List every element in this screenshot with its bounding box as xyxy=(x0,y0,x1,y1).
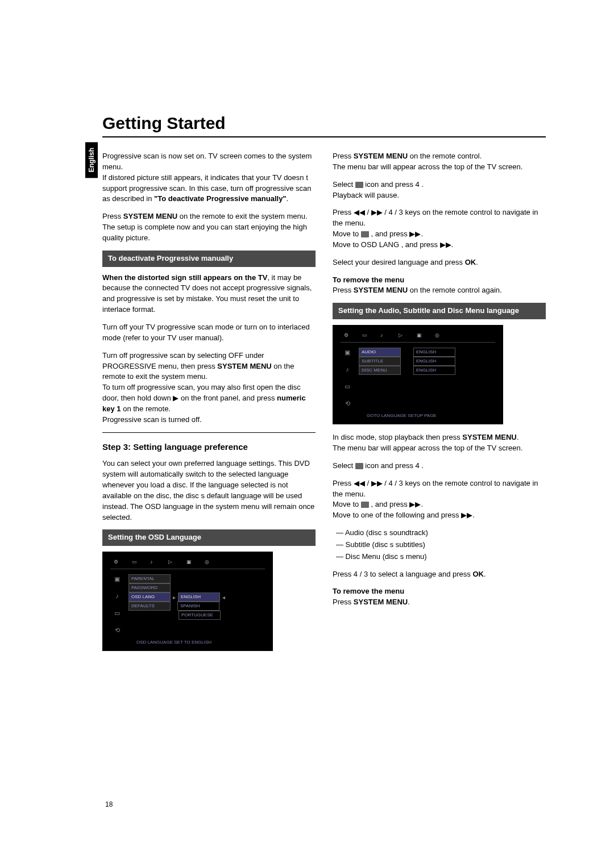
osd-side-icons: ▣ ♪ ▭ ⟲ xyxy=(341,348,354,408)
text: The setup is complete now and you can st… xyxy=(102,223,307,242)
osd-screenshot-2: ⚙ ▭ ♪ ▷ ▣ ◎ ▣ ♪ ▭ ⟲ AUDIO ENGLISH xyxy=(333,325,503,424)
text-bold: SYSTEM MENU xyxy=(354,286,408,294)
divider xyxy=(102,432,316,433)
text: Move to one of the following and press ▶… xyxy=(333,511,475,519)
text-bold: SYSTEM MENU xyxy=(217,362,271,370)
text: Select xyxy=(333,180,355,189)
text: Move to xyxy=(333,229,361,238)
text: . xyxy=(484,570,486,578)
osd-tab-icon: ▣ xyxy=(186,558,194,565)
osd-side-icon: ⟲ xyxy=(345,399,350,408)
text: Press xyxy=(102,212,123,220)
para: Select icon and press 4 . Playback will … xyxy=(333,180,546,201)
osd-status-text: GOTO LANGUAGE SETUP PAGE xyxy=(367,412,437,419)
osd-side-icon: ⟲ xyxy=(115,626,120,635)
content-columns: Progressive scan is now set on. TV scree… xyxy=(102,151,546,659)
osd-tab-icon: ⚙ xyxy=(344,332,352,339)
page-title: Getting Started xyxy=(102,114,546,133)
text: Progressive scan is turned off. xyxy=(102,415,202,424)
osd-item: AUDIO xyxy=(359,348,401,357)
osd-tab-icon: ♪ xyxy=(380,332,388,339)
text-bold: SYSTEM MENU xyxy=(354,152,408,160)
subheading-osd-language: Setting the OSD Language xyxy=(102,529,316,546)
text: In disc mode, stop playback then press xyxy=(333,433,462,441)
text: Press xyxy=(333,286,354,294)
para: Select icon and press 4 . xyxy=(333,461,546,471)
osd-item: PARENTAL xyxy=(128,574,171,583)
menu-icon xyxy=(361,231,369,237)
para: Press SYSTEM MENU on the remote to exit … xyxy=(102,211,316,244)
list-item: — Disc Menu (disc s menu) xyxy=(336,552,546,562)
osd-tab-icon: ▷ xyxy=(399,332,406,339)
text: Progressive scan is now set on. TV scree… xyxy=(102,152,312,171)
osd-tab-icon: ▭ xyxy=(362,332,370,339)
osd-side-icon: ▭ xyxy=(114,609,120,618)
para: Press ◀◀ / ▶▶ / 4 / 3 keys on the remote… xyxy=(333,478,546,521)
osd-side-icon: ▭ xyxy=(345,382,350,391)
osd-value: ENGLISH xyxy=(413,348,455,357)
text: , and press ▶▶. xyxy=(369,500,423,508)
text-bold: OK xyxy=(472,570,484,578)
list-item: — Subtitle (disc s subtitles) xyxy=(336,540,546,550)
settings-icon xyxy=(355,463,363,469)
text: on the remote to exit the system menu. xyxy=(177,212,307,220)
osd-tab-icon: ◎ xyxy=(205,558,213,565)
osd-tab-icon: ◎ xyxy=(435,332,443,339)
osd-tabs: ⚙ ▭ ♪ ▷ ▣ ◎ xyxy=(110,557,265,569)
text-bold: SYSTEM MENU xyxy=(123,212,177,220)
text: Move to OSD LANG , and press ▶▶. xyxy=(333,240,453,249)
osd-tab-icon: ▭ xyxy=(132,558,140,565)
text: on the remote control again. xyxy=(408,286,502,294)
text: To turn off progressive scan, you may al… xyxy=(102,383,301,402)
text-bold: When the distorted sign still appears on… xyxy=(102,273,267,282)
text: The menu bar will appear across the top … xyxy=(333,162,522,171)
text: . xyxy=(287,194,289,203)
osd-tab-icon: ▷ xyxy=(168,558,176,565)
osd-option: SPANISH xyxy=(177,602,219,611)
text: Move to xyxy=(333,500,361,508)
text-bold: SYSTEM MENU xyxy=(462,433,516,441)
text-bold: SYSTEM MENU xyxy=(354,598,408,606)
osd-value: ENGLISH xyxy=(413,366,455,375)
language-tab: English xyxy=(85,142,98,178)
text: Select your desired language and press xyxy=(333,258,465,266)
text: Press ◀◀ / ▶▶ / 4 / 3 keys on the remote… xyxy=(333,208,538,227)
pointer-icon: ◂ xyxy=(220,594,227,602)
para: Select your desired language and press O… xyxy=(333,257,546,268)
text: . xyxy=(476,258,478,266)
osd-item: SUBTITLE xyxy=(359,357,401,366)
osd-side-icon: ♪ xyxy=(346,365,349,374)
title-underline xyxy=(102,136,546,137)
menu-icon xyxy=(361,502,369,508)
text-bold: To remove the menu xyxy=(333,587,404,595)
osd-side-icon: ♪ xyxy=(115,592,119,601)
text: Press 4 / 3 to select a language and pre… xyxy=(333,570,472,578)
para: To remove the menu Press SYSTEM MENU on … xyxy=(333,275,546,297)
text: Playback will pause. xyxy=(333,191,399,199)
osd-side-icon: ▣ xyxy=(114,575,120,584)
text: icon and press 4 . xyxy=(363,180,424,189)
text: . xyxy=(408,598,410,606)
osd-tab-icon: ♪ xyxy=(150,558,158,565)
osd-item-selected: OSD LANG xyxy=(128,592,171,602)
osd-side-icon: ▣ xyxy=(345,348,350,357)
text: icon and press 4 . xyxy=(363,461,424,470)
osd-status-text: OSD LANGUAGE SET TO ENGLISH xyxy=(136,639,211,646)
step-heading: Step 3: Setting language preference xyxy=(102,441,316,453)
text: The menu bar will appear across the top … xyxy=(333,444,522,452)
osd-side-icons: ▣ ♪ ▭ ⟲ xyxy=(110,575,124,635)
osd-item: DISC MENU xyxy=(359,366,401,375)
para: Press ◀◀ / ▶▶ / 4 / 3 keys on the remote… xyxy=(333,207,546,250)
osd-item: PASSWORD xyxy=(128,583,171,592)
subheading-audio-subtitle: Setting the Audio, Subtitle and Disc Men… xyxy=(333,303,546,319)
text: on the remote. xyxy=(123,404,171,413)
para: In disc mode, stop playback then press S… xyxy=(333,432,546,454)
osd-menu-list: PARENTAL PASSWORD OSD LANG ▸ ENGLISH ◂ D… xyxy=(128,575,265,635)
settings-icon xyxy=(355,182,363,188)
text-bold: "To deactivate Progressive manually" xyxy=(154,194,286,203)
pointer-icon: ▸ xyxy=(171,594,178,602)
para: Turn off your TV progressive scan mode o… xyxy=(102,322,316,344)
text: Press xyxy=(333,598,354,606)
osd-tab-icon: ⚙ xyxy=(114,558,122,565)
osd-item: DEFAULTS xyxy=(128,602,171,611)
